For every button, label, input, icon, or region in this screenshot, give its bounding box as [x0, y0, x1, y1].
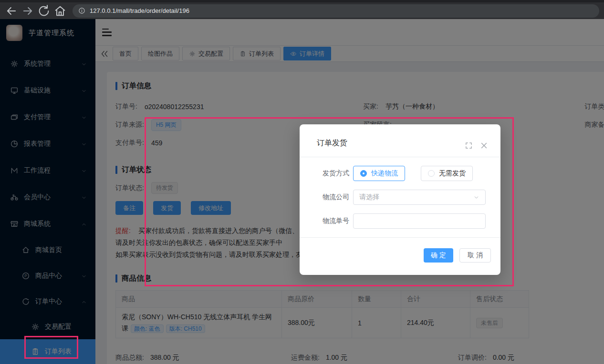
screen: 127.0.0.1/mall/trade/order/detail/196 芋道…	[0, 0, 604, 364]
url-text: 127.0.0.1/mall/trade/order/detail/196	[90, 7, 189, 14]
fullscreen-icon[interactable]	[465, 142, 473, 150]
logistics-company-label: 物流公司	[300, 193, 349, 202]
dialog-header: 订单发货	[300, 124, 500, 157]
select-placeholder: 请选择	[359, 193, 379, 202]
confirm-button[interactable]: 确 定	[424, 248, 453, 263]
browser-reload-icon[interactable]	[37, 4, 51, 18]
close-icon[interactable]	[480, 142, 488, 150]
tracking-no-label: 物流单号	[300, 217, 349, 225]
radio-selected-icon	[360, 170, 367, 177]
delivery-type-label: 发货方式	[300, 169, 349, 178]
dialog-title: 订单发货	[317, 138, 347, 148]
dialog-footer: 确 定 取 消	[300, 237, 500, 270]
radio-no-shipping[interactable]: 无需发货	[421, 166, 473, 181]
browser-chrome: 127.0.0.1/mall/trade/order/detail/196	[0, 0, 604, 19]
browser-back-icon[interactable]	[5, 4, 18, 18]
dialog-body: 发货方式 快递物流 无需发货 物流公司 请选择	[300, 157, 500, 229]
logistics-company-select[interactable]: 请选择	[353, 190, 486, 205]
site-info-icon[interactable]	[78, 7, 85, 14]
radio-unselected-icon	[428, 170, 435, 177]
url-bar[interactable]: 127.0.0.1/mall/trade/order/detail/196	[73, 4, 599, 18]
chevron-down-icon	[473, 194, 479, 201]
ship-order-dialog: 订单发货 发货方式 快递物流 无需发货	[300, 124, 500, 275]
radio-express-logistics[interactable]: 快递物流	[353, 166, 405, 181]
cancel-button[interactable]: 取 消	[459, 248, 491, 263]
tracking-no-input[interactable]	[353, 213, 486, 229]
browser-home-icon[interactable]	[53, 4, 67, 18]
browser-forward-icon[interactable]	[21, 4, 34, 18]
